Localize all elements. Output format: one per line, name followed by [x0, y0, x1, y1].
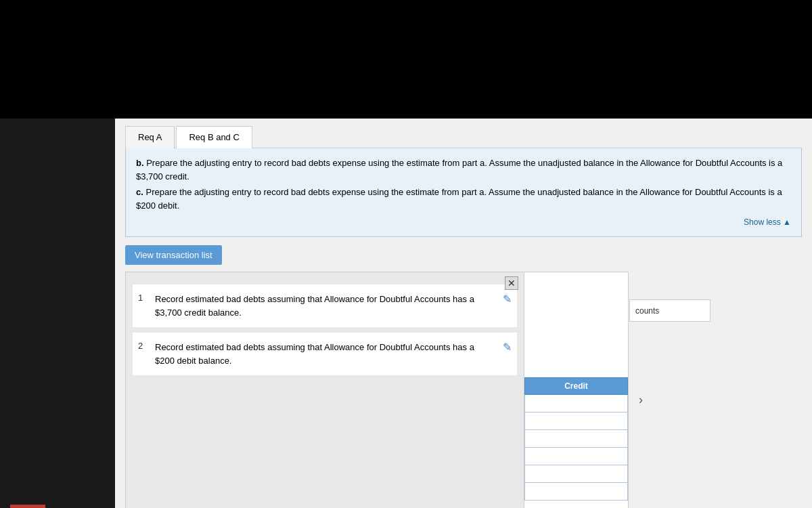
edit-icon-1[interactable]: ✎: [503, 293, 512, 305]
journal-row: [525, 395, 628, 412]
tab-req-b-c[interactable]: Req B and C: [176, 126, 252, 148]
close-icon[interactable]: ✕: [505, 276, 518, 290]
journal-cell[interactable]: [525, 465, 628, 483]
journal-cell[interactable]: [525, 430, 628, 448]
tab-req-a[interactable]: Req A: [125, 126, 175, 148]
left-sidebar: [0, 119, 115, 508]
journal-row: [525, 412, 628, 430]
journal-row: [525, 448, 628, 465]
instruction-part-c: c. Prepare the adjusting entry to record…: [136, 186, 791, 212]
nav-arrow[interactable]: ›: [639, 393, 643, 407]
transaction-number-1: 1: [138, 293, 148, 303]
part-c-bold: c.: [136, 187, 143, 197]
credit-header: Credit: [525, 378, 628, 395]
transaction-item: 2 Record estimated bad debts assuming th…: [133, 333, 517, 375]
mcgraw-hill-logo: Mc Graw Hill: [10, 505, 45, 508]
edit-icon-2[interactable]: ✎: [503, 341, 512, 354]
accounts-label: counts: [635, 306, 659, 316]
journal-cell[interactable]: [525, 395, 628, 412]
journal-table: Credit: [524, 377, 628, 501]
show-less-button[interactable]: Show less ▲: [136, 216, 791, 228]
journal-cell[interactable]: [525, 412, 628, 430]
accounts-label-panel: counts: [629, 299, 710, 322]
transaction-text-1: Record estimated bad debts assuming that…: [155, 293, 491, 319]
transaction-list-panel: ✕ 1 Record estimated bad debts assuming …: [125, 272, 524, 508]
journal-cell[interactable]: [525, 448, 628, 465]
journal-row: [525, 430, 628, 448]
part-b-bold: b.: [136, 158, 144, 168]
journal-row: [525, 483, 628, 501]
transaction-text-2: Record estimated bad debts assuming that…: [155, 341, 491, 367]
transaction-item: 1 Record estimated bad debts assuming th…: [133, 284, 517, 327]
transaction-number-2: 2: [138, 341, 148, 351]
part-c-text: Prepare the adjusting entry to record ba…: [136, 187, 782, 211]
instruction-part-b: b. Prepare the adjusting entry to record…: [136, 156, 791, 183]
tabs-container: Req A Req B and C: [125, 125, 802, 148]
part-b-text: Prepare the adjusting entry to record ba…: [136, 158, 782, 182]
instructions-box: b. Prepare the adjusting entry to record…: [125, 148, 802, 237]
journal-cell[interactable]: [525, 483, 628, 501]
view-transaction-list-button[interactable]: View transaction list: [125, 245, 222, 265]
journal-panel: counts › Credit: [524, 272, 629, 508]
journal-row: [525, 465, 628, 483]
top-black-bar: [0, 0, 812, 119]
transaction-area: ✕ 1 Record estimated bad debts assuming …: [125, 272, 802, 508]
main-container: Req A Req B and C b. Prepare the adjusti…: [0, 119, 812, 508]
content-area: Req A Req B and C b. Prepare the adjusti…: [115, 119, 812, 508]
